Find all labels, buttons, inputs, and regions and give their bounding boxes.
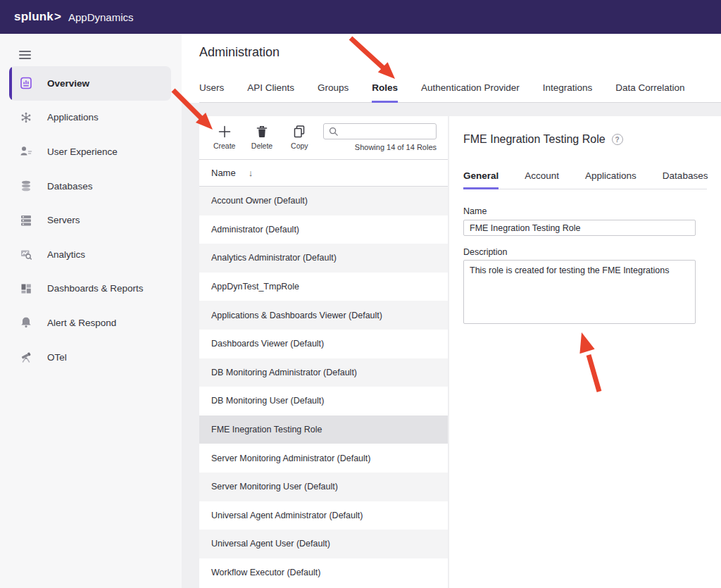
help-icon[interactable]: ? <box>612 134 623 145</box>
trash-icon <box>254 123 270 140</box>
description-field-label: Description <box>463 247 707 257</box>
role-row[interactable]: Administrator (Default) <box>199 215 448 244</box>
search-icon <box>328 126 339 137</box>
create-button[interactable]: Create <box>211 123 238 150</box>
splunk-logo: splunk <box>14 10 54 24</box>
role-detail-tab-bar: General Account Applications Databases <box>463 171 707 189</box>
copy-icon <box>291 123 307 140</box>
sidebar-item-overview[interactable]: Overview <box>9 66 171 101</box>
role-row[interactable]: Universal Agent User (Default) <box>199 530 448 558</box>
sidebar-item-label: User Experience <box>47 146 118 157</box>
tab-general[interactable]: General <box>463 171 499 189</box>
sidebar-item-dashboards-reports[interactable]: Dashboards & Reports <box>9 272 171 306</box>
description-field[interactable]: This role is created for testing the FME… <box>463 260 696 324</box>
product-name: AppDynamics <box>68 11 134 23</box>
sidebar-item-label: Databases <box>47 181 93 192</box>
user-experience-icon <box>19 144 33 158</box>
tab-roles[interactable]: Roles <box>372 83 398 103</box>
sort-descending-icon[interactable]: ↓ <box>249 168 253 178</box>
sidebar-item-label: OTel <box>47 352 67 363</box>
role-row[interactable]: Applications & Dashboards Viewer (Defaul… <box>199 301 448 330</box>
copy-button[interactable]: Copy <box>286 123 313 150</box>
sidebar-item-label: Overview <box>47 78 89 89</box>
name-column-label[interactable]: Name <box>211 168 236 178</box>
tab-integrations[interactable]: Integrations <box>543 83 593 103</box>
name-field-label: Name <box>463 206 707 216</box>
search-field[interactable] <box>342 127 432 137</box>
roles-toolbar: Create Delete Copy <box>199 116 448 160</box>
name-field[interactable] <box>463 220 696 236</box>
sidebar-nav: Overview Applications User Experience <box>0 66 182 374</box>
menu-icon[interactable] <box>19 51 31 59</box>
tab-applications[interactable]: Applications <box>585 171 637 189</box>
overview-icon <box>19 76 33 90</box>
roles-list-panel: Create Delete Copy <box>199 116 448 588</box>
tab-data-correlation[interactable]: Data Correlation <box>615 83 684 103</box>
role-row[interactable]: DB Monitoring User (Default) <box>199 387 448 415</box>
role-detail-panel: FME Inegration Testing Role ? General Ac… <box>449 116 721 588</box>
role-row[interactable]: Server Monitoring Administrator (Default… <box>199 444 448 473</box>
role-row[interactable]: Dashboards Viewer (Default) <box>199 330 448 358</box>
tab-api-clients[interactable]: API Clients <box>247 83 294 103</box>
splunk-chevron-icon: > <box>54 10 61 24</box>
sidebar-item-alert-respond[interactable]: Alert & Respond <box>9 306 171 340</box>
showing-count: Showing 14 of 14 Roles <box>323 143 437 151</box>
tab-account[interactable]: Account <box>525 171 559 189</box>
role-row[interactable]: Universal Agent Administrator (Default) <box>199 501 448 530</box>
sidebar-item-otel[interactable]: OTel <box>9 340 171 375</box>
create-label: Create <box>213 142 236 150</box>
role-detail-title: FME Inegration Testing Role <box>463 132 606 147</box>
page: splunk > AppDynamics Overview Applicatio… <box>0 0 721 588</box>
sidebar-item-label: Alert & Respond <box>47 318 116 328</box>
tab-groups[interactable]: Groups <box>318 83 349 103</box>
roles-content: Create Delete Copy <box>182 103 721 588</box>
dashboards-icon <box>19 282 33 296</box>
tab-users[interactable]: Users <box>199 83 224 103</box>
page-title: Administration <box>199 45 721 59</box>
sidebar-item-databases[interactable]: Databases <box>9 169 171 204</box>
sidebar-item-label: Dashboards & Reports <box>47 283 144 294</box>
sidebar-item-label: Analytics <box>47 249 85 260</box>
roles-column-header: Name ↓ <box>199 160 448 187</box>
delete-label: Delete <box>251 142 272 150</box>
telescope-icon <box>19 350 33 364</box>
search-input[interactable] <box>323 123 437 139</box>
role-row[interactable]: DB Monitoring Administrator (Default) <box>199 358 448 387</box>
admin-tab-bar: Users API Clients Groups Roles Authentic… <box>199 83 721 103</box>
role-row[interactable]: AppDynTest_TmpRole <box>199 273 448 301</box>
sidebar: Overview Applications User Experience <box>0 34 182 588</box>
databases-icon <box>19 179 33 193</box>
sidebar-item-applications[interactable]: Applications <box>9 101 171 135</box>
applications-icon <box>19 111 33 125</box>
analytics-icon <box>19 247 33 261</box>
sidebar-item-label: Applications <box>47 112 99 123</box>
plus-icon <box>217 123 232 140</box>
role-row[interactable]: Account Owner (Default) <box>199 187 448 215</box>
search-area: Showing 14 of 14 Roles <box>323 123 437 151</box>
role-row[interactable]: Server Monitoring User (Default) <box>199 473 448 501</box>
sidebar-item-servers[interactable]: Servers <box>9 203 171 237</box>
role-row[interactable]: Analytics Administrator (Default) <box>199 244 448 273</box>
bell-icon <box>19 315 33 330</box>
role-row-selected[interactable]: FME Inegration Testing Role <box>199 415 448 444</box>
role-row[interactable]: Workflow Executor (Default) <box>199 558 448 587</box>
sidebar-item-label: Servers <box>47 215 80 225</box>
roles-rows: Account Owner (Default) Administrator (D… <box>199 187 448 588</box>
sidebar-item-user-experience[interactable]: User Experience <box>9 135 171 169</box>
tab-authentication-provider[interactable]: Authentication Provider <box>421 83 520 103</box>
delete-button[interactable]: Delete <box>248 123 275 150</box>
servers-icon <box>19 213 33 227</box>
tab-databases[interactable]: Databases <box>663 171 708 189</box>
administration-header: Administration Users API Clients Groups … <box>182 34 721 103</box>
sidebar-item-analytics[interactable]: Analytics <box>9 237 171 272</box>
copy-label: Copy <box>291 142 308 150</box>
main-content: Administration Users API Clients Groups … <box>182 34 721 588</box>
topbar: splunk > AppDynamics <box>0 0 721 34</box>
